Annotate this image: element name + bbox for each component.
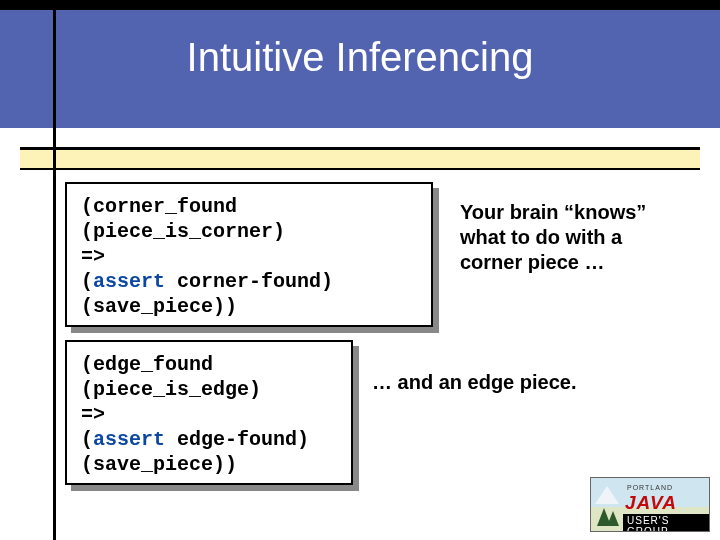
logo-text-java: JAVA bbox=[625, 492, 677, 514]
code-block-corner: (corner_found (piece_is_corner) => (asse… bbox=[65, 182, 433, 327]
code-keyword: assert bbox=[93, 270, 165, 293]
code-line: (save_piece)) bbox=[81, 295, 237, 318]
vertical-rule bbox=[53, 0, 56, 540]
code-line: ( bbox=[81, 428, 93, 451]
logo-text-portland: PORTLAND bbox=[627, 484, 673, 491]
code-line: corner-found) bbox=[165, 270, 333, 293]
code-line: ( bbox=[81, 270, 93, 293]
code-line: => bbox=[81, 245, 105, 268]
code-line: (corner_found bbox=[81, 195, 237, 218]
annotation-corner: Your brain “knows” what to do with a cor… bbox=[460, 200, 685, 275]
yellow-stripe bbox=[20, 150, 700, 168]
tree-icon bbox=[607, 511, 619, 526]
header-topline bbox=[0, 0, 720, 10]
code-keyword: assert bbox=[93, 428, 165, 451]
code-line: (piece_is_corner) bbox=[81, 220, 285, 243]
code-line: (save_piece)) bbox=[81, 453, 237, 476]
mountain-icon bbox=[595, 486, 619, 504]
divider-bottom bbox=[20, 168, 700, 170]
slide-title: Intuitive Inferencing bbox=[0, 35, 720, 80]
logo-text-usergroup: USER'S GROUP bbox=[623, 514, 709, 532]
code-line: => bbox=[81, 403, 105, 426]
annotation-edge: … and an edge piece. bbox=[372, 370, 592, 395]
code-line: edge-found) bbox=[165, 428, 309, 451]
code-line: (edge_found bbox=[81, 353, 213, 376]
pjug-logo: PORTLAND JAVA USER'S GROUP bbox=[590, 477, 710, 532]
code-block-edge: (edge_found (piece_is_edge) => (assert e… bbox=[65, 340, 353, 485]
code-line: (piece_is_edge) bbox=[81, 378, 261, 401]
